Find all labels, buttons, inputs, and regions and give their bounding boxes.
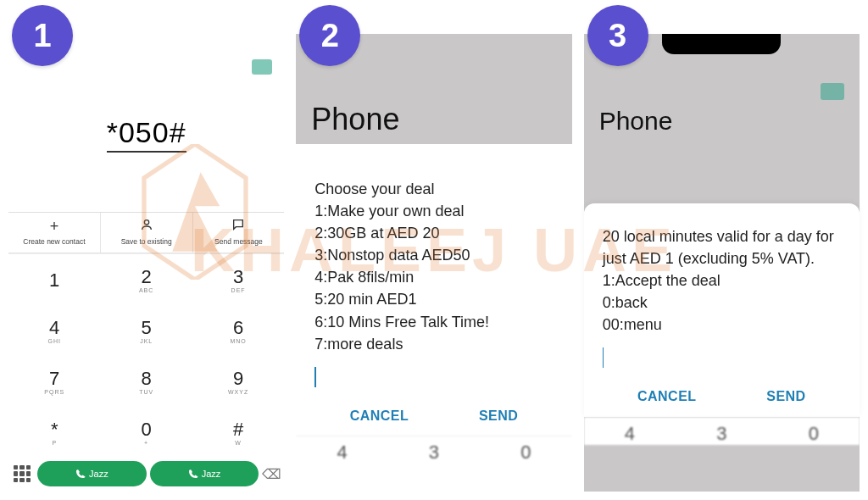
send-button[interactable]: SEND xyxy=(766,386,805,406)
text-cursor xyxy=(603,347,604,368)
ussd-popup: Choose your deal 1:Make your own deal 2:… xyxy=(296,144,571,436)
ussd-line: 2:30GB at AED 20 xyxy=(314,222,553,244)
ussd-line: 0:back xyxy=(603,292,841,314)
key-0[interactable]: 0+ xyxy=(100,407,192,458)
panel-ussd-deals: 2 Phone Choose your deal 1:Make your own… xyxy=(296,34,571,492)
person-icon xyxy=(103,218,191,236)
key-4[interactable]: 4GHI xyxy=(8,305,100,356)
blurred-keypad-row: 430 xyxy=(584,417,860,445)
sim-icon xyxy=(821,83,844,100)
ussd-line: Choose your deal xyxy=(314,178,553,200)
contact-actions-row: + Create new contact Save to existing Se… xyxy=(8,212,284,253)
key-9[interactable]: 9WXYZ xyxy=(192,356,284,407)
step-badge-3: 3 xyxy=(587,5,648,66)
ussd-line: 4:Pak 8fils/min xyxy=(314,266,553,288)
key-6[interactable]: 6MNO xyxy=(192,305,284,356)
cancel-button[interactable]: CANCEL xyxy=(350,406,409,425)
ussd-line: 7:more deals xyxy=(314,333,553,355)
dial-keypad: 1 2ABC 3DEF 4GHI 5JKL 6MNO 7PQRS 8TUV 9W… xyxy=(8,253,284,458)
create-contact-label: Create new contact xyxy=(23,237,85,246)
phone-icon xyxy=(188,469,198,479)
ussd-button-row: CANCEL SEND xyxy=(603,380,841,411)
key-2[interactable]: 2ABC xyxy=(100,254,192,305)
ussd-line: 1:Accept the deal xyxy=(603,269,841,292)
cancel-button[interactable]: CANCEL xyxy=(637,386,697,406)
send-button[interactable]: SEND xyxy=(479,406,518,425)
ussd-line: 1:Make your own deal xyxy=(314,200,553,222)
sim-icon xyxy=(252,59,272,75)
step-badge-2: 2 xyxy=(299,5,360,66)
key-1[interactable]: 1 xyxy=(8,254,100,305)
panel-ussd-confirm: 3 Phone 20 local minutes valid for a day… xyxy=(584,34,860,492)
key-7[interactable]: 7PQRS xyxy=(8,356,100,407)
step-badge-1: 1 xyxy=(12,5,73,66)
ussd-line: 5:20 min AED1 xyxy=(314,288,553,310)
save-existing-label: Save to existing xyxy=(121,237,172,246)
apps-grid-icon[interactable] xyxy=(14,465,31,482)
ussd-line: 3:Nonstop data AED50 xyxy=(314,244,553,266)
text-cursor xyxy=(314,367,316,387)
backspace-icon[interactable]: ⌫ xyxy=(262,466,281,482)
call-sim2-label: Jazz xyxy=(202,469,221,479)
plus-icon: + xyxy=(10,218,98,236)
call-sim1-label: Jazz xyxy=(89,469,108,479)
ussd-title: Phone xyxy=(311,102,399,137)
key-8[interactable]: 8TUV xyxy=(100,356,192,407)
call-sim1-button[interactable]: Jazz xyxy=(37,461,147,486)
blurred-keypad-row: 430 xyxy=(296,436,571,464)
phone-notch xyxy=(662,34,781,54)
key-5[interactable]: 5JKL xyxy=(100,305,192,356)
message-icon xyxy=(195,218,283,236)
phone-icon xyxy=(75,469,86,479)
ussd-popup: 20 local minutes valid for a day for jus… xyxy=(584,203,860,417)
dialed-number[interactable]: *050# xyxy=(107,116,186,153)
key-hash[interactable]: #W xyxy=(192,407,284,458)
create-contact-button[interactable]: + Create new contact xyxy=(8,213,101,253)
call-sim2-button[interactable]: Jazz xyxy=(150,461,259,486)
save-existing-button[interactable]: Save to existing xyxy=(101,213,193,253)
ussd-line: 00:menu xyxy=(603,314,841,336)
ussd-line: 20 local minutes valid for a day for jus… xyxy=(603,225,841,269)
dialer-bottom-bar: Jazz Jazz ⌫ xyxy=(8,458,284,492)
ussd-line: 6:10 Mins Free Talk Time! xyxy=(314,311,553,333)
key-star[interactable]: *P xyxy=(8,407,100,458)
ussd-title: Phone xyxy=(599,107,673,136)
ussd-button-row: CANCEL SEND xyxy=(314,399,553,431)
send-message-button[interactable]: Send message xyxy=(193,213,285,253)
key-3[interactable]: 3DEF xyxy=(192,254,284,305)
panel-dialer: 1 *050# + Create new contact Save to exi… xyxy=(8,34,284,492)
send-message-label: Send message xyxy=(214,237,263,246)
svg-point-0 xyxy=(144,220,148,225)
